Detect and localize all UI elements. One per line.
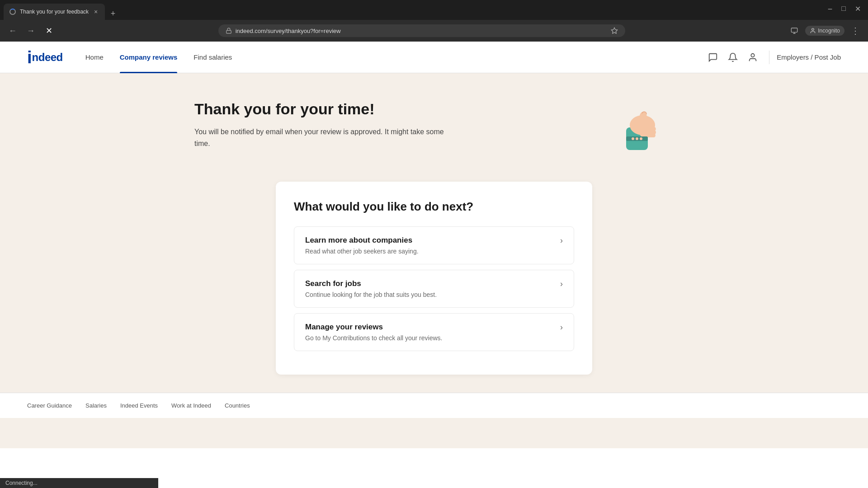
window-controls: − □ ✕ bbox=[828, 5, 861, 14]
user-account-icon[interactable] bbox=[744, 48, 762, 66]
footer-events[interactable]: Indeed Events bbox=[120, 402, 158, 409]
svg-rect-1 bbox=[792, 28, 797, 32]
manage-reviews-title: Manage your reviews bbox=[305, 323, 553, 332]
browser-tab[interactable]: Thank you for your feedback × bbox=[4, 4, 105, 20]
logo-rest: ndeed bbox=[32, 52, 63, 63]
manage-reviews-arrow: › bbox=[560, 323, 563, 332]
nav-home[interactable]: Home bbox=[77, 42, 112, 73]
footer-countries[interactable]: Countries bbox=[225, 402, 250, 409]
minimize-button[interactable]: − bbox=[828, 5, 833, 14]
site-header: i ndeed Home Company reviews Find salari… bbox=[0, 42, 868, 73]
incognito-label: Incognito bbox=[818, 28, 840, 34]
reload-button[interactable]: ✕ bbox=[42, 23, 56, 38]
learn-companies-title: Learn more about companies bbox=[305, 236, 553, 245]
forward-button[interactable]: → bbox=[24, 23, 38, 38]
learn-companies-text: Learn more about companies Read what oth… bbox=[305, 236, 553, 255]
learn-companies-action[interactable]: Learn more about companies Read what oth… bbox=[294, 226, 574, 264]
browser-toolbar: ← → ✕ indeed.com/survey/thankyou?for=rev… bbox=[0, 20, 868, 42]
svg-point-2 bbox=[812, 28, 814, 31]
next-card-title: What would you like to do next? bbox=[294, 200, 574, 214]
footer-salaries[interactable]: Salaries bbox=[85, 402, 107, 409]
search-jobs-arrow: › bbox=[560, 279, 563, 289]
employers-post-job-link[interactable]: Employers / Post Job bbox=[777, 53, 841, 61]
svg-rect-0 bbox=[226, 30, 231, 33]
nav-icons: Employers / Post Job bbox=[704, 48, 841, 66]
learn-companies-desc: Read what other job seekers are saying. bbox=[305, 248, 553, 255]
learn-companies-arrow: › bbox=[560, 236, 563, 245]
manage-reviews-action[interactable]: Manage your reviews Go to My Contributio… bbox=[294, 313, 574, 351]
close-window-button[interactable]: ✕ bbox=[855, 5, 861, 14]
browser-chrome: Thank you for your feedback × + ← → ✕ in… bbox=[0, 0, 868, 42]
status-text: Connecting... bbox=[5, 480, 38, 486]
svg-point-7 bbox=[632, 137, 634, 140]
address-bar[interactable]: indeed.com/survey/thankyou?for=review bbox=[218, 24, 625, 37]
messages-icon[interactable] bbox=[704, 48, 722, 66]
next-steps-card: What would you like to do next? Learn mo… bbox=[276, 182, 592, 375]
profile-icon-browser[interactable] bbox=[787, 23, 802, 38]
status-bar: Connecting... bbox=[0, 478, 158, 488]
main-content: Thank you for your time! You will be not… bbox=[185, 73, 683, 393]
nav-company-reviews[interactable]: Company reviews bbox=[112, 42, 186, 73]
incognito-button[interactable]: Incognito bbox=[805, 26, 844, 36]
logo-i: i bbox=[27, 49, 32, 66]
lock-icon bbox=[226, 28, 232, 34]
indeed-logo[interactable]: i ndeed bbox=[27, 49, 63, 66]
tab-close-button[interactable]: × bbox=[92, 8, 99, 15]
tab-title: Thank you for your feedback bbox=[20, 9, 89, 15]
url-text: indeed.com/survey/thankyou?for=review bbox=[236, 28, 607, 34]
manage-reviews-text: Manage your reviews Go to My Contributio… bbox=[305, 323, 553, 342]
hero-title: Thank you for your time! bbox=[194, 100, 597, 118]
nav-find-salaries[interactable]: Find salaries bbox=[185, 42, 240, 73]
svg-point-9 bbox=[640, 137, 642, 140]
svg-point-3 bbox=[751, 53, 755, 56]
site-footer: Career Guidance Salaries Indeed Events W… bbox=[0, 393, 868, 418]
svg-point-8 bbox=[636, 137, 638, 140]
footer-work-at-indeed[interactable]: Work at Indeed bbox=[171, 402, 211, 409]
tab-favicon bbox=[9, 8, 16, 15]
manage-reviews-desc: Go to My Contributions to check all your… bbox=[305, 334, 553, 342]
footer-career-guidance[interactable]: Career Guidance bbox=[27, 402, 72, 409]
hero-subtitle: You will be notified by email when your … bbox=[194, 126, 448, 149]
hero-illustration bbox=[615, 100, 674, 159]
hero-section: Thank you for your time! You will be not… bbox=[194, 100, 674, 159]
search-jobs-text: Search for jobs Continue looking for the… bbox=[305, 279, 553, 298]
nav-divider bbox=[769, 51, 769, 64]
hero-text: Thank you for your time! You will be not… bbox=[194, 100, 597, 149]
notifications-icon[interactable] bbox=[724, 48, 742, 66]
main-nav: Home Company reviews Find salaries bbox=[77, 42, 704, 73]
search-jobs-desc: Continue looking for the job that suits … bbox=[305, 291, 553, 298]
new-tab-button[interactable]: + bbox=[107, 7, 119, 20]
back-button[interactable]: ← bbox=[5, 23, 20, 38]
search-jobs-title: Search for jobs bbox=[305, 279, 553, 288]
maximize-button[interactable]: □ bbox=[841, 5, 846, 14]
bookmark-icon[interactable] bbox=[611, 27, 618, 34]
browser-menu-button[interactable]: ⋮ bbox=[848, 23, 863, 38]
site-wrapper: i ndeed Home Company reviews Find salari… bbox=[0, 42, 868, 448]
search-jobs-action[interactable]: Search for jobs Continue looking for the… bbox=[294, 270, 574, 308]
